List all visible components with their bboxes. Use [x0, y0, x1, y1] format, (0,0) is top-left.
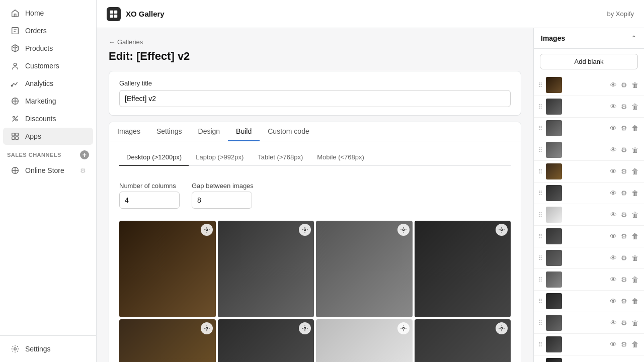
drag-handle-4[interactable]: ⠿: [538, 146, 543, 154]
gap-input[interactable]: [192, 193, 252, 208]
subtab-laptop[interactable]: Laptop (>992px): [189, 149, 251, 166]
sidebar-item-customers[interactable]: Customers: [3, 57, 93, 74]
panel-view-6[interactable]: 👁: [608, 188, 618, 199]
panel-delete-5[interactable]: 🗑: [630, 166, 640, 177]
image-cell-3[interactable]: [316, 221, 413, 317]
drag-handle-12[interactable]: ⠿: [538, 319, 543, 327]
image-cell-6[interactable]: [218, 319, 314, 363]
panel-settings-8[interactable]: ⚙: [619, 231, 629, 242]
panel-settings-5[interactable]: ⚙: [619, 166, 629, 177]
panel-view-2[interactable]: 👁: [608, 101, 618, 112]
tab-images[interactable]: Images: [109, 122, 148, 141]
tab-custom-code[interactable]: Custom code: [260, 122, 317, 141]
breadcrumb[interactable]: ← Galleries: [109, 38, 521, 46]
panel-settings-10[interactable]: ⚙: [619, 274, 629, 285]
panel-delete-10[interactable]: 🗑: [630, 274, 640, 285]
sidebar-item-settings[interactable]: Settings: [3, 340, 93, 357]
analytics-icon: [10, 78, 20, 88]
panel-view-12[interactable]: 👁: [608, 317, 618, 328]
image-cell-8[interactable]: [415, 319, 511, 363]
panel-view-8[interactable]: 👁: [608, 231, 618, 242]
drag-handle-3[interactable]: ⠿: [538, 125, 543, 132]
panel-actions-11: 👁 ⚙ 🗑: [608, 296, 640, 307]
gallery-title-input[interactable]: [119, 90, 511, 107]
panel-view-13[interactable]: 👁: [608, 339, 618, 350]
drag-handle-11[interactable]: ⠿: [538, 298, 543, 305]
panel-view-3[interactable]: 👁: [608, 123, 618, 134]
panel-settings-3[interactable]: ⚙: [619, 123, 629, 134]
image-4-settings[interactable]: [496, 224, 508, 236]
panel-delete-3[interactable]: 🗑: [630, 123, 640, 134]
image-cell-5[interactable]: [119, 319, 216, 363]
tab-build[interactable]: Build: [228, 122, 260, 141]
sidebar-item-analytics[interactable]: Analytics: [3, 75, 93, 92]
sidebar-item-discounts[interactable]: Discounts: [3, 110, 93, 127]
panel-delete-8[interactable]: 🗑: [630, 231, 640, 242]
panel-settings-11[interactable]: ⚙: [619, 296, 629, 307]
sidebar-item-online-store[interactable]: Online Store ⚙: [3, 162, 93, 179]
add-blank-button[interactable]: Add blank: [540, 54, 638, 69]
sidebar-item-orders[interactable]: Orders: [3, 22, 93, 39]
tab-settings[interactable]: Settings: [148, 122, 190, 141]
image-8-settings[interactable]: [496, 322, 508, 334]
drag-handle-13[interactable]: ⠿: [538, 341, 543, 348]
image-3-settings[interactable]: [397, 224, 410, 236]
image-cell-2[interactable]: [218, 221, 314, 317]
drag-handle-10[interactable]: ⠿: [538, 276, 543, 284]
panel-view-9[interactable]: 👁: [608, 252, 618, 263]
panel-delete-2[interactable]: 🗑: [630, 101, 640, 112]
panel-collapse-button[interactable]: ⌃: [631, 34, 637, 42]
panel-settings-7[interactable]: ⚙: [619, 209, 629, 220]
tab-design[interactable]: Design: [190, 122, 228, 141]
image-6-settings[interactable]: [299, 322, 311, 334]
sidebar-item-marketing[interactable]: Marketing: [3, 93, 93, 110]
panel-settings-13[interactable]: ⚙: [619, 339, 629, 350]
panel-delete-7[interactable]: 🗑: [630, 209, 640, 220]
panel-delete-9[interactable]: 🗑: [630, 252, 640, 263]
sidebar-item-home[interactable]: Home: [3, 5, 93, 22]
columns-input[interactable]: [120, 193, 180, 208]
panel-delete-4[interactable]: 🗑: [630, 144, 640, 155]
panel-delete-1[interactable]: 🗑: [630, 79, 640, 90]
panel-view-7[interactable]: 👁: [608, 209, 618, 220]
panel-settings-1[interactable]: ⚙: [619, 79, 629, 90]
panel-view-5[interactable]: 👁: [608, 166, 618, 177]
drag-handle-8[interactable]: ⠿: [538, 233, 543, 240]
subtab-desktop[interactable]: Desktop (>1200px): [119, 149, 189, 166]
panel-settings-9[interactable]: ⚙: [619, 252, 629, 263]
drag-handle-7[interactable]: ⠿: [538, 211, 543, 219]
drag-handle-2[interactable]: ⠿: [538, 103, 543, 111]
sales-channels-section: SALES CHANNELS +: [0, 145, 96, 161]
subtab-mobile[interactable]: Mobile (<768px): [310, 149, 371, 166]
panel-view-10[interactable]: 👁: [608, 274, 618, 285]
drag-handle-5[interactable]: ⠿: [538, 168, 543, 175]
panel-delete-13[interactable]: 🗑: [630, 339, 640, 350]
panel-settings-6[interactable]: ⚙: [619, 188, 629, 199]
image-7-settings[interactable]: [397, 322, 410, 334]
image-cell-7[interactable]: [316, 319, 413, 363]
subtab-tablet[interactable]: Tablet (>768px): [251, 149, 310, 166]
drag-handle-6[interactable]: ⠿: [538, 190, 543, 197]
image-1-settings[interactable]: [201, 224, 213, 236]
drag-handle-9[interactable]: ⠿: [538, 254, 543, 262]
panel-view-4[interactable]: 👁: [608, 144, 618, 155]
drag-handle-1[interactable]: ⠿: [538, 81, 543, 89]
panel-delete-11[interactable]: 🗑: [630, 296, 640, 307]
panel-view-1[interactable]: 👁: [608, 79, 618, 90]
panel-delete-12[interactable]: 🗑: [630, 317, 640, 328]
panel-settings-2[interactable]: ⚙: [619, 101, 629, 112]
panel-delete-6[interactable]: 🗑: [630, 188, 640, 199]
add-sales-channel-button[interactable]: +: [80, 150, 89, 159]
panel-view-11[interactable]: 👁: [608, 296, 618, 307]
sidebar-item-apps[interactable]: Apps: [3, 128, 93, 145]
panel-settings-4[interactable]: ⚙: [619, 144, 629, 155]
svg-rect-13: [114, 10, 117, 13]
panel-settings-12[interactable]: ⚙: [619, 317, 629, 328]
image-cell-1[interactable]: [119, 221, 216, 317]
image-5-settings[interactable]: [201, 322, 213, 334]
image-cell-4[interactable]: [415, 221, 511, 317]
settings-gear-icon[interactable]: ⚙: [80, 167, 86, 174]
image-2-settings[interactable]: [299, 224, 311, 236]
sidebar-item-products[interactable]: Products: [3, 40, 93, 57]
sidebar-bottom: Settings: [0, 335, 96, 362]
